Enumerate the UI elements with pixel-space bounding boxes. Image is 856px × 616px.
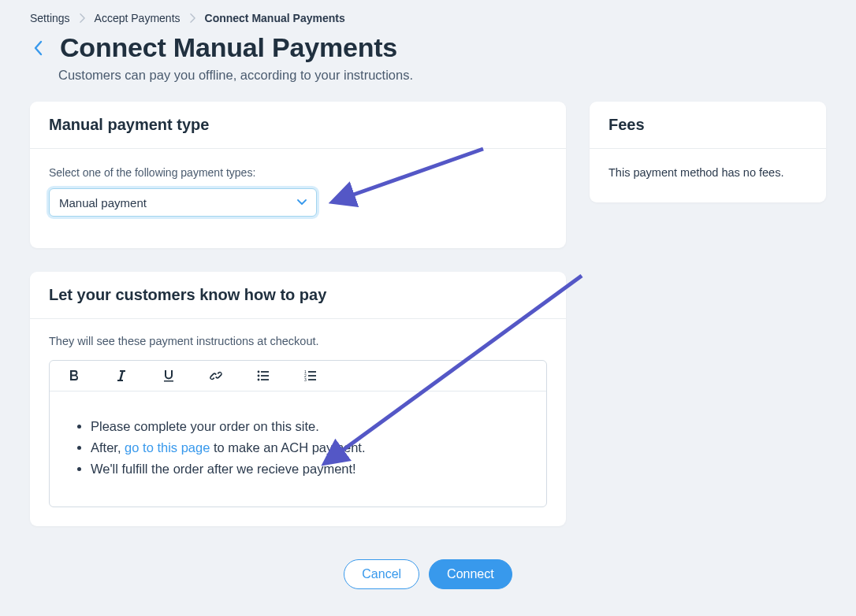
annotation-arrow-icon	[326, 141, 499, 220]
underline-button[interactable]	[160, 367, 177, 384]
payment-type-select-value: Manual payment	[59, 196, 147, 210]
bold-icon	[67, 369, 81, 383]
svg-point-3	[258, 375, 260, 377]
instructions-caption: They will see these payment instructions…	[49, 335, 547, 347]
footer-buttons: Cancel Connect	[30, 559, 826, 589]
bullet-list-button[interactable]	[255, 367, 272, 384]
chevron-down-icon	[297, 199, 307, 206]
breadcrumb: Settings Accept Payments Connect Manual …	[30, 12, 826, 24]
bold-button[interactable]	[65, 367, 83, 384]
breadcrumb-item-accept-payments[interactable]: Accept Payments	[95, 12, 181, 24]
payment-type-label: Select one of the following payment type…	[49, 166, 547, 179]
italic-button[interactable]	[113, 367, 130, 384]
svg-rect-6	[261, 379, 269, 380]
back-button[interactable]	[30, 39, 47, 57]
link-button[interactable]	[207, 367, 225, 384]
cancel-button[interactable]: Cancel	[344, 559, 419, 589]
link-icon	[209, 369, 223, 383]
svg-point-5	[258, 379, 260, 381]
svg-rect-12	[308, 379, 316, 380]
rte-content[interactable]: Please complete your order on this site.…	[50, 391, 546, 507]
payment-type-card: Manual payment type Select one of the fo…	[30, 102, 566, 248]
numbered-list-icon: 123	[303, 369, 318, 383]
breadcrumb-item-current: Connect Manual Payments	[205, 12, 345, 24]
breadcrumb-item-settings[interactable]: Settings	[30, 12, 70, 24]
svg-rect-4	[261, 375, 269, 377]
instructions-card: Let your customers know how to pay They …	[30, 272, 566, 526]
payment-type-select[interactable]: Manual payment	[49, 188, 317, 217]
svg-rect-8	[308, 371, 316, 373]
numbered-list-button[interactable]: 123	[302, 367, 319, 384]
svg-rect-2	[261, 371, 269, 373]
instruction-link[interactable]: go to this page	[125, 440, 210, 455]
svg-text:3: 3	[304, 377, 307, 382]
italic-icon	[114, 369, 128, 383]
chevron-right-icon	[80, 13, 85, 23]
instructions-card-title: Let your customers know how to pay	[49, 286, 547, 304]
instruction-item: We'll fulfill the order after we recieve…	[91, 459, 529, 479]
page-title: Connect Manual Payments	[60, 32, 397, 63]
payment-type-card-title: Manual payment type	[49, 116, 547, 134]
rich-text-editor: 123 Please complete your order on this s…	[49, 360, 547, 507]
instruction-item: After, go to this page to make an ACH pa…	[91, 438, 529, 458]
svg-point-1	[258, 371, 260, 373]
chevron-right-icon	[190, 13, 195, 23]
underline-icon	[162, 369, 176, 383]
connect-button[interactable]: Connect	[429, 559, 512, 589]
chevron-left-icon	[34, 40, 43, 56]
bullet-list-icon	[256, 369, 270, 383]
rte-toolbar: 123	[50, 361, 546, 391]
instruction-item: Please complete your order on this site.	[91, 417, 529, 436]
fees-card: Fees This payment method has no fees.	[590, 102, 826, 202]
page-subtitle: Customers can pay you offline, according…	[58, 68, 826, 83]
svg-rect-10	[308, 375, 316, 377]
fees-card-title: Fees	[609, 116, 807, 134]
fees-text: This payment method has no fees.	[590, 149, 826, 202]
